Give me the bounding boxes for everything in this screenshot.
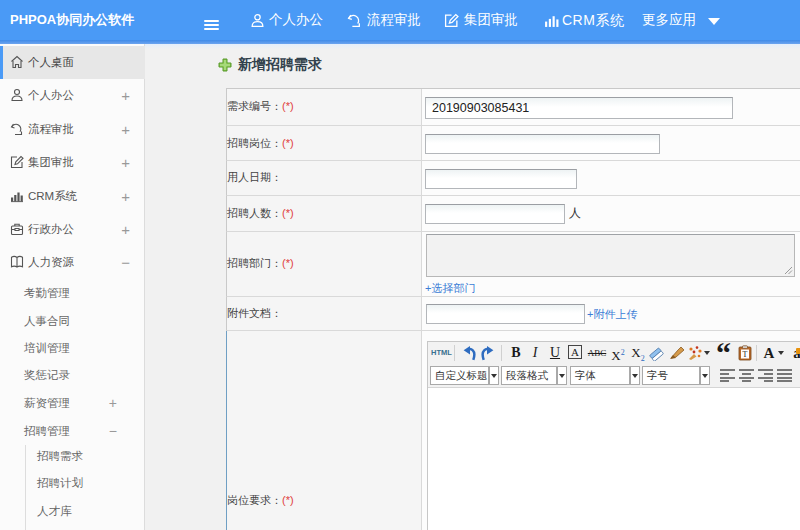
svg-text:T: T: [743, 350, 748, 359]
